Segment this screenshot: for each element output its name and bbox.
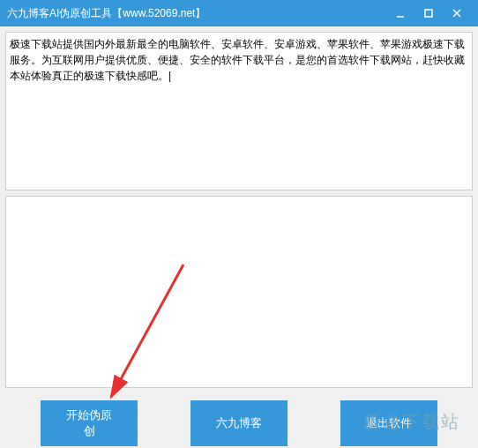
maximize-icon xyxy=(423,8,434,19)
exit-button[interactable]: 退出软件 xyxy=(340,400,437,446)
close-icon xyxy=(452,8,462,19)
maximize-button[interactable] xyxy=(415,0,443,26)
input-textarea[interactable] xyxy=(5,32,473,190)
titlebar: 六九博客AI伪原创工具【www.52069.net】 xyxy=(0,0,478,26)
window-title: 六九博客AI伪原创工具【www.52069.net】 xyxy=(7,6,386,21)
content-area: 开始伪原创 六九博客 退出软件 xyxy=(0,26,478,448)
close-button[interactable] xyxy=(443,0,471,26)
svg-rect-1 xyxy=(425,10,432,17)
app-window: 六九博客AI伪原创工具【www.52069.net】 xyxy=(0,0,478,448)
minimize-icon xyxy=(395,8,406,19)
blog-button[interactable]: 六九博客 xyxy=(190,400,288,446)
window-controls xyxy=(386,0,471,26)
output-textarea[interactable] xyxy=(5,196,473,388)
minimize-button[interactable] xyxy=(386,0,415,26)
start-button[interactable]: 开始伪原创 xyxy=(41,400,138,446)
button-bar: 开始伪原创 六九博客 退出软件 xyxy=(5,393,473,448)
